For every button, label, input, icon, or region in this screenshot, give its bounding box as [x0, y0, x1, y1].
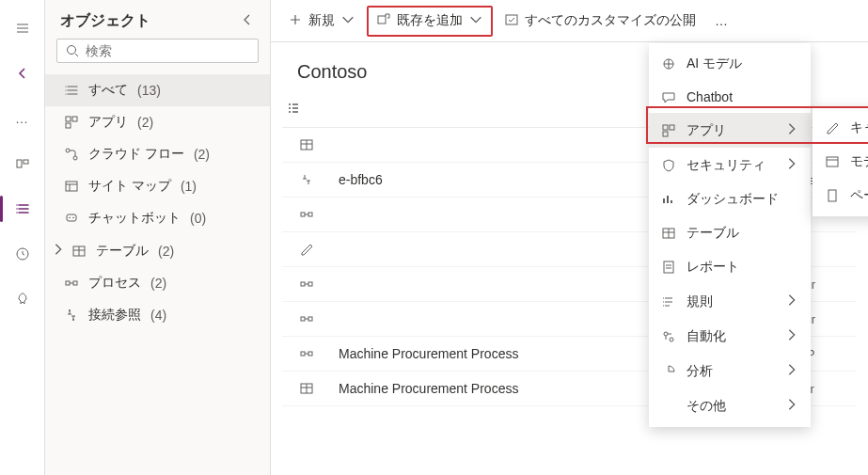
menu-dashboard[interactable]: ダッシュボード: [649, 182, 811, 216]
table-icon: [660, 226, 677, 241]
rules-icon: [660, 294, 677, 309]
page-icon: [824, 188, 841, 203]
rail-more[interactable]: …: [4, 100, 41, 137]
model-app-icon: [824, 154, 841, 169]
automation-icon: [660, 329, 677, 344]
header-type-icon[interactable]: [286, 101, 316, 119]
process-icon: [299, 277, 314, 292]
rail-objects[interactable]: [4, 190, 41, 228]
chevron-right-icon: [784, 327, 799, 345]
menu-table[interactable]: テーブル: [649, 216, 811, 250]
table-icon: [299, 381, 314, 396]
tree-item-apps[interactable]: アプリ (2): [45, 106, 270, 138]
svg-point-37: [670, 338, 673, 341]
menu-rules[interactable]: 規則: [649, 284, 811, 319]
submenu-model-app[interactable]: モデル駆動型アプリ: [813, 145, 868, 179]
tree-item-count: (4): [150, 308, 166, 323]
analysis-icon: [660, 364, 677, 379]
new-button[interactable]: 新規: [280, 8, 363, 35]
tree-item-label: サイト マップ: [88, 178, 171, 195]
sidebar-title: オブジェクト: [60, 11, 150, 31]
back-arrow-icon: [15, 66, 30, 81]
svg-rect-35: [664, 261, 673, 273]
tree-item-count: (2): [158, 244, 174, 259]
connection-icon: [64, 308, 79, 323]
apps-icon: [660, 123, 677, 138]
svg-rect-26: [308, 317, 312, 321]
chevron-right-icon: [784, 156, 799, 174]
rail-hamburger[interactable]: [4, 9, 41, 47]
svg-rect-27: [301, 352, 305, 356]
toolbar-more-button[interactable]: …: [707, 8, 735, 33]
process-icon: [299, 311, 314, 326]
svg-rect-0: [17, 160, 22, 167]
tree-item-count: (13): [137, 83, 161, 98]
tree-item-count: (1): [181, 179, 197, 194]
chevron-right-icon: [784, 397, 799, 415]
connection-icon: [299, 172, 314, 187]
submenu-canvas-app[interactable]: キャンバス アプリ: [813, 111, 868, 145]
svg-point-11: [69, 217, 71, 219]
menu-security[interactable]: セキュリティ: [649, 148, 811, 182]
add-existing-icon: [376, 12, 391, 30]
rail-diagram[interactable]: [4, 145, 41, 182]
submenu-page[interactable]: ページ: [813, 179, 868, 213]
tree-item-tables[interactable]: テーブル (2): [45, 234, 270, 267]
add-existing-label: 既存を追加: [397, 12, 463, 29]
report-icon: [660, 260, 677, 275]
tree-item-all[interactable]: すべて (13): [45, 74, 270, 106]
rail-history[interactable]: [4, 235, 41, 273]
menu-other[interactable]: その他: [649, 388, 811, 423]
chevron-down-icon: [468, 12, 483, 30]
tree-item-label: テーブル: [96, 243, 149, 260]
svg-rect-31: [663, 125, 668, 130]
toolbar: 新規 既存を追加 すべてのカスタマイズの公開 …: [271, 0, 868, 42]
menu-report[interactable]: レポート: [649, 250, 811, 284]
canvas-icon: [824, 120, 841, 135]
tree-item-label: クラウド フロー: [88, 146, 184, 163]
svg-point-17: [72, 319, 74, 321]
svg-rect-6: [66, 123, 71, 128]
dashboard-icon: [660, 192, 677, 207]
menu-analysis[interactable]: 分析: [649, 354, 811, 388]
menu-automation[interactable]: 自動化: [649, 319, 811, 354]
svg-rect-9: [66, 182, 77, 191]
tree-item-flows[interactable]: クラウド フロー (2): [45, 138, 270, 170]
diagram-icon: [15, 156, 30, 171]
menu-chatbot[interactable]: Chatbot: [649, 81, 811, 113]
main-area: 新規 既存を追加 すべてのカスタマイズの公開 … Contoso: [271, 0, 868, 475]
add-existing-menu: AI モデル Chatbot アプリ セキュリティ ダッシュボード: [649, 43, 811, 427]
publish-button[interactable]: すべてのカスタマイズの公開: [497, 8, 703, 35]
list-icon: [15, 201, 30, 216]
chevron-left-icon: [240, 12, 255, 27]
add-existing-button[interactable]: 既存を追加: [367, 6, 493, 37]
rail-back[interactable]: [4, 55, 41, 92]
canvas-icon: [299, 242, 314, 257]
svg-rect-24: [308, 282, 312, 286]
tree-item-chatbot[interactable]: チャットボット (0): [45, 202, 270, 234]
svg-rect-33: [663, 132, 668, 136]
search-input-container[interactable]: [56, 39, 259, 63]
list-icon: [64, 83, 79, 98]
publish-icon: [504, 12, 519, 30]
svg-rect-39: [829, 190, 836, 201]
menu-ai-model[interactable]: AI モデル: [649, 47, 811, 81]
svg-rect-5: [72, 117, 77, 121]
table-icon: [71, 244, 87, 259]
tree-item-process[interactable]: プロセス (2): [45, 267, 270, 299]
sidebar-collapse-button[interactable]: [240, 12, 255, 30]
search-input[interactable]: [86, 43, 250, 58]
shield-icon: [660, 158, 677, 173]
chevron-right-icon: [51, 242, 62, 260]
rail-rocket[interactable]: [4, 280, 41, 318]
new-label: 新規: [308, 12, 335, 29]
tree-item-sitemap[interactable]: サイト マップ (1): [45, 170, 270, 202]
tree-item-count: (2): [194, 147, 210, 162]
list-view-icon: [286, 101, 301, 116]
menu-apps[interactable]: アプリ: [649, 113, 811, 148]
ai-icon: [660, 56, 677, 71]
hamburger-icon: [15, 21, 30, 36]
tree-item-connref[interactable]: 接続参照 (4): [45, 299, 270, 331]
chatbot-icon: [64, 211, 79, 226]
svg-point-3: [68, 46, 76, 55]
